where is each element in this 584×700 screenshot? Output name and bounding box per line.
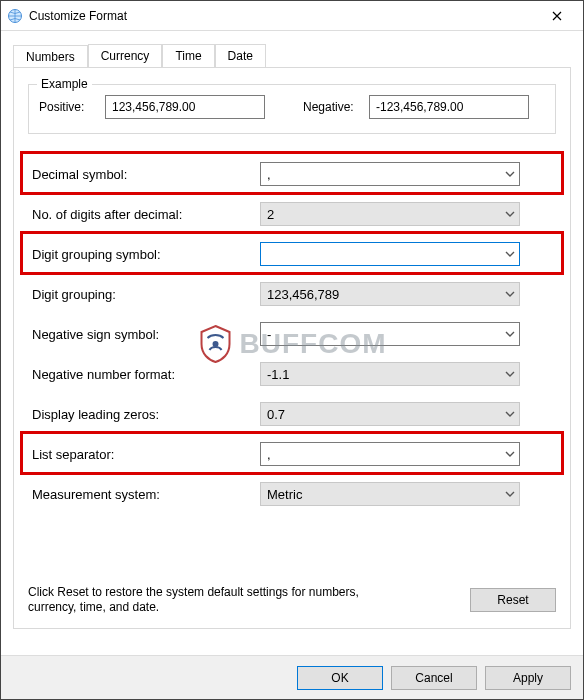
label-list-separator: List separator:	[28, 447, 260, 462]
settings-area: BUFFCOM Decimal symbol: , No. of	[28, 154, 556, 514]
label-decimal-symbol: Decimal symbol:	[28, 167, 260, 182]
combo-negative-sign-symbol[interactable]: -	[260, 322, 520, 346]
negative-label: Negative:	[303, 100, 361, 114]
label-negative-number-format: Negative number format:	[28, 367, 260, 382]
titlebar: Customize Format	[1, 1, 583, 31]
row-measurement-system: Measurement system: Metric	[28, 474, 556, 514]
combo-negative-number-format[interactable]: -1.1	[260, 362, 520, 386]
tab-currency[interactable]: Currency	[88, 44, 163, 67]
client-area: Numbers Currency Time Date Example Posit…	[1, 31, 583, 629]
label-display-leading-zeros: Display leading zeros:	[28, 407, 260, 422]
label-negative-sign-symbol: Negative sign symbol:	[28, 327, 260, 342]
combo-value: Metric	[261, 483, 501, 505]
example-group: Example Positive: 123,456,789.00 Negativ…	[28, 84, 556, 134]
tab-date[interactable]: Date	[215, 44, 266, 67]
chevron-down-icon	[501, 202, 519, 226]
hint-text: Click Reset to restore the system defaul…	[28, 585, 368, 616]
combo-value: -1.1	[261, 363, 501, 385]
combo-digit-grouping-symbol[interactable]	[260, 242, 520, 266]
row-display-leading-zeros: Display leading zeros: 0.7	[28, 394, 556, 434]
positive-value: 123,456,789.00	[105, 95, 265, 119]
chevron-down-icon	[501, 442, 519, 466]
tab-time[interactable]: Time	[162, 44, 214, 67]
chevron-down-icon	[501, 362, 519, 386]
hint-row: Click Reset to restore the system defaul…	[28, 585, 556, 616]
cancel-button[interactable]: Cancel	[391, 666, 477, 690]
combo-digits-after-decimal[interactable]: 2	[260, 202, 520, 226]
combo-digit-grouping[interactable]: 123,456,789	[260, 282, 520, 306]
label-digit-grouping-symbol: Digit grouping symbol:	[28, 247, 260, 262]
chevron-down-icon	[501, 162, 519, 186]
row-decimal-symbol: Decimal symbol: ,	[28, 154, 556, 194]
label-digits-after-decimal: No. of digits after decimal:	[28, 207, 260, 222]
row-list-separator: List separator: ,	[28, 434, 556, 474]
combo-list-separator[interactable]: ,	[260, 442, 520, 466]
combo-value: 0.7	[261, 403, 501, 425]
combo-value: 2	[261, 203, 501, 225]
combo-measurement-system[interactable]: Metric	[260, 482, 520, 506]
chevron-down-icon	[501, 482, 519, 506]
settings-list: Decimal symbol: , No. of digits after de…	[28, 154, 556, 514]
row-digits-after-decimal: No. of digits after decimal: 2	[28, 194, 556, 234]
chevron-down-icon	[501, 282, 519, 306]
row-negative-sign-symbol: Negative sign symbol: -	[28, 314, 556, 354]
negative-value: -123,456,789.00	[369, 95, 529, 119]
combo-decimal-symbol[interactable]: ,	[260, 162, 520, 186]
close-button[interactable]	[537, 2, 577, 30]
positive-label: Positive:	[39, 100, 97, 114]
chevron-down-icon	[501, 402, 519, 426]
label-measurement-system: Measurement system:	[28, 487, 260, 502]
apply-button[interactable]: Apply	[485, 666, 571, 690]
chevron-down-icon	[501, 242, 519, 266]
close-icon	[552, 11, 562, 21]
row-negative-number-format: Negative number format: -1.1	[28, 354, 556, 394]
combo-value: ,	[261, 163, 501, 185]
customize-format-window: Customize Format Numbers Currency Time D…	[0, 0, 584, 700]
chevron-down-icon	[501, 322, 519, 346]
example-legend: Example	[37, 77, 92, 91]
tab-numbers[interactable]: Numbers	[13, 45, 88, 68]
combo-value: -	[261, 323, 501, 345]
combo-display-leading-zeros[interactable]: 0.7	[260, 402, 520, 426]
ok-button[interactable]: OK	[297, 666, 383, 690]
combo-value: ,	[261, 443, 501, 465]
label-digit-grouping: Digit grouping:	[28, 287, 260, 302]
reset-button[interactable]: Reset	[470, 588, 556, 612]
tab-panel-numbers: Example Positive: 123,456,789.00 Negativ…	[13, 67, 571, 629]
window-title: Customize Format	[29, 9, 537, 23]
combo-value	[261, 243, 501, 265]
row-digit-grouping-symbol: Digit grouping symbol:	[28, 234, 556, 274]
dialog-footer: OK Cancel Apply	[1, 655, 583, 699]
globe-icon	[7, 8, 23, 24]
combo-value: 123,456,789	[261, 283, 501, 305]
row-digit-grouping: Digit grouping: 123,456,789	[28, 274, 556, 314]
tabstrip: Numbers Currency Time Date	[13, 41, 571, 67]
